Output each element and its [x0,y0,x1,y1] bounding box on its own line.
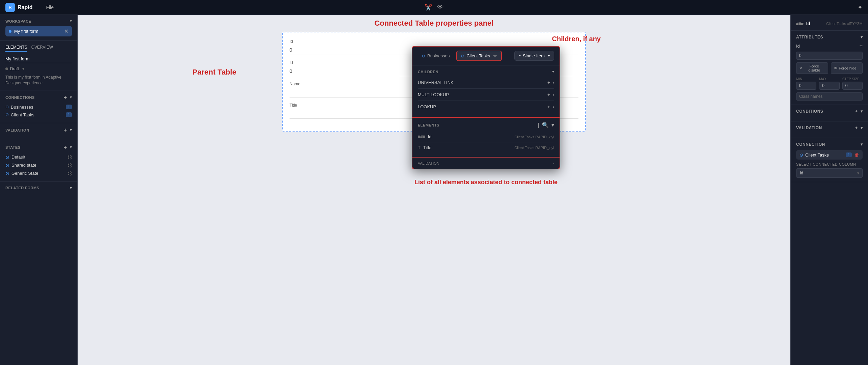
force-hide-icon: 👁 [834,66,838,70]
universal-link-add[interactable]: + [547,80,550,85]
conditions-header[interactable]: CONDITIONS + ▾ [796,109,863,114]
list-annotation: List of all elements associated to conne… [412,178,560,186]
logo-icon: R [5,3,15,12]
column-select[interactable]: Id [796,168,863,178]
form-title-input[interactable] [5,55,72,63]
state-generic[interactable]: ⊙ Generic State ⛓ [5,169,72,177]
right-panel-title: ### Id [796,21,810,26]
attributes-header[interactable]: ATTRIBUTES ▾ [796,35,863,39]
universal-link-arrow[interactable]: › [553,80,554,85]
states-add-icon[interactable]: + [64,144,67,150]
validation-chevron[interactable]: ▾ [70,128,72,132]
validation-chevron-right: ▾ [861,125,863,130]
workspace-chevron[interactable]: ▾ [70,19,72,23]
tools-icon[interactable]: ✂️ [425,4,432,11]
validation-add-right[interactable]: + [855,125,858,130]
main-annotation-area: Connected Table properties panel [78,15,790,29]
preview-icon[interactable]: 👁 [437,4,443,11]
connections-actions: + ▾ [64,94,72,101]
single-item-button[interactable]: ≡ Single Item ▾ [514,51,554,61]
lookup-arrow[interactable]: › [553,104,554,109]
popup-tab-client-tasks[interactable]: ⊙ Client Tasks ✏ [456,51,502,61]
logo: R Rapid [5,3,32,12]
attributes-chevron: ▾ [861,35,863,39]
attr-id-plus[interactable]: + [860,43,863,49]
elements-chevron[interactable]: ▾ [551,122,554,128]
children-header[interactable]: CHILDREN ▾ [418,69,554,74]
placeholder-input[interactable] [796,52,863,60]
right-validation-section: VALIDATION + ▾ [791,121,868,138]
states-header: STATES + ▾ [5,144,72,150]
multilookup-arrow[interactable]: › [553,92,554,97]
child-multilookup[interactable]: MULTILOOKUP + › [418,89,554,101]
popup-validation-footer[interactable]: VALIDATION › [412,158,560,169]
states-chevron[interactable]: ▾ [70,145,72,149]
state-default[interactable]: ⊙ Default ⛓ [5,153,72,161]
conditions-add[interactable]: + [855,109,858,114]
states-label: STATES [5,145,21,149]
min-label: MIN [796,77,816,81]
client-tasks-conn-left: ⊙ Client Tasks [799,152,829,158]
min-input[interactable] [796,82,816,90]
canvas-area: Connected Table properties panel Id Id N… [78,15,790,365]
elements-label: ELEMENTS [418,123,439,127]
right-panel-header: ### Id Client Tasks xlEYYZM [791,19,868,31]
file-menu[interactable]: File [46,5,54,10]
right-validation-header[interactable]: VALIDATION + ▾ [796,125,863,130]
right-panel-subtitle: Client Tasks xlEYYZM [826,22,863,26]
multilookup-label: MULTILOOKUP [418,92,449,97]
tab-overview[interactable]: OVERVIEW [31,45,53,52]
tab-elements[interactable]: ELEMENTS [5,45,27,52]
connections-add-icon[interactable]: + [64,94,67,101]
attributes-label: ATTRIBUTES [796,35,823,39]
active-form-item[interactable]: My first form ✕ [5,26,72,36]
generic-state-link[interactable]: ⛓ [67,171,72,176]
client-tasks-conn-right: 1 🗑 [846,152,859,158]
draft-selector[interactable]: Draft ▾ [5,66,72,71]
force-hide-button[interactable]: 👁 Force hide [831,62,863,74]
popup-tab-businesses[interactable]: ⊙ Businesses [418,51,454,60]
connection-header[interactable]: CONNECTION ▾ [796,142,863,147]
single-item-label: Single Item [523,53,545,58]
connection-chevron: ▾ [861,142,863,147]
select-column-label: SELECT CONNECTED COLUMN [796,162,863,166]
attributes-section: ATTRIBUTES ▾ Id + ✕ Force disable 👁 Forc… [791,31,868,105]
default-state-link[interactable]: ⛓ [67,155,72,160]
close-form-icon[interactable]: ✕ [64,28,69,34]
shared-state-label: Shared state [11,163,36,168]
shared-state-link[interactable]: ⛓ [67,163,72,168]
workspace-section: WORKSPACE ▾ My first form ✕ [0,15,77,41]
elements-header: ELEMENTS | 🔍 ▾ [418,122,554,128]
connection-businesses[interactable]: ⊙ Businesses 1 [5,103,72,111]
delete-connection-icon[interactable]: 🗑 [855,152,859,158]
max-input[interactable] [819,82,839,90]
connections-chevron[interactable]: ▾ [70,95,72,100]
connection-client-tasks[interactable]: ⊙ Client Tasks 1 [5,111,72,119]
child-lookup[interactable]: LOOKUP + › [418,101,554,113]
multilookup-add[interactable]: + [547,92,550,97]
separator: | [538,122,539,128]
related-forms-chevron[interactable]: ▾ [70,186,72,190]
connection-label: CONNECTION [796,142,825,147]
attr-id-label: Id [796,44,800,49]
nav-center: ✂️ 👁 [425,4,443,11]
children-annotation: Children, if any [552,35,601,43]
edit-icon[interactable]: ✏ [493,53,497,58]
lookup-label: LOOKUP [418,104,436,109]
child-universal-link[interactable]: UNIVERSAL LINK + › [418,77,554,89]
force-disable-button[interactable]: ✕ Force disable [796,62,828,74]
state-shared[interactable]: ⊙ Shared state ⛓ [5,161,72,169]
generic-state-label: Generic State [11,171,38,176]
settings-icon[interactable]: ✦ [858,4,863,11]
step-input[interactable] [842,82,863,90]
connections-label: CONNECTIONS [5,95,35,100]
element-id: ### Id Client Tasks RAPID_xlyl [418,132,554,142]
max-field: MAX [819,77,839,90]
single-item-chevron: ▾ [548,54,550,58]
validation-add-icon[interactable]: + [64,127,67,133]
class-names-input[interactable] [796,92,863,101]
search-icon[interactable]: 🔍 [542,122,549,128]
businesses-badge: 1 [66,105,72,109]
businesses-conn-icon: ⊙ [5,105,9,109]
lookup-add[interactable]: + [547,104,550,109]
